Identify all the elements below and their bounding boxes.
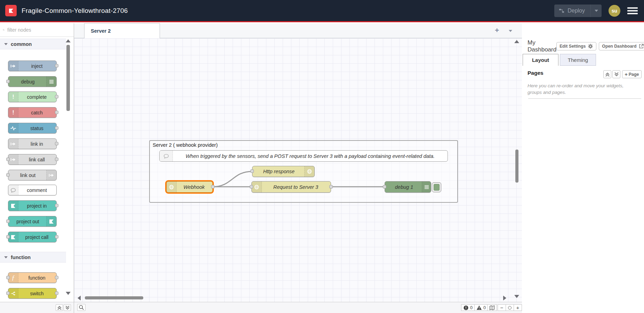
search-icon: [3, 27, 5, 33]
palette-scroll-down-arrow[interactable]: [66, 292, 71, 295]
palette-node-project-call[interactable]: project call: [8, 232, 57, 242]
pages-help-text: Here you can re-order and move your widg…: [528, 82, 639, 96]
output-port: [55, 276, 58, 279]
output-port: [55, 142, 58, 145]
tab-layout[interactable]: Layout: [523, 54, 558, 66]
move-page-up-button[interactable]: [603, 70, 611, 78]
input-port[interactable]: [250, 185, 253, 188]
deploy-button[interactable]: Deploy: [554, 5, 590, 17]
page-title: Fragile-Common-Yellowthroat-2706: [22, 7, 128, 15]
palette-expand-all-button[interactable]: [64, 304, 71, 311]
flow-tab-server-2[interactable]: Server 2: [84, 23, 160, 38]
minimap-button[interactable]: [487, 304, 497, 311]
group-label: Server 2 ( webhook provider): [153, 142, 218, 148]
palette-node-link-call[interactable]: link call: [8, 154, 57, 165]
zoom-in-button[interactable]: +: [514, 304, 522, 311]
palette-node-inject[interactable]: inject: [8, 61, 57, 71]
canvas-search-button[interactable]: [77, 304, 86, 311]
output-port[interactable]: [211, 185, 215, 188]
palette-panel: common inject debug ! complete ! catch s…: [0, 23, 74, 302]
project-logo-icon: [10, 234, 16, 240]
flow-tab-label: Server 2: [91, 28, 111, 34]
comment-node[interactable]: When triggered by the sensors, send a PO…: [159, 150, 448, 162]
main-menu-button[interactable]: [627, 7, 638, 14]
errors-badge[interactable]: 0: [461, 304, 475, 311]
list-icon: [424, 184, 429, 190]
double-chevron-down-icon: [614, 72, 619, 77]
zoom-out-button[interactable]: −: [498, 304, 506, 311]
debug-enable-toggle[interactable]: [432, 182, 441, 192]
canvas-scroll-down-arrow[interactable]: [514, 295, 519, 298]
flow-canvas[interactable]: Server 2 ( webhook provider) When trigge…: [74, 38, 522, 302]
open-dashboard-button[interactable]: Open Dashboard: [599, 42, 644, 50]
palette-node-complete[interactable]: ! complete: [8, 91, 57, 102]
output-port[interactable]: [329, 185, 333, 188]
speech-bubble-icon: [10, 187, 16, 193]
palette-node-link-out[interactable]: link out: [8, 170, 57, 180]
chevron-down-icon: [4, 43, 8, 45]
input-port[interactable]: [250, 169, 254, 173]
warnings-badge[interactable]: 0: [474, 304, 488, 311]
canvas-hscrollbar-thumb[interactable]: [85, 296, 143, 299]
palette-category-function[interactable]: function: [0, 252, 66, 263]
globe-icon: [307, 169, 312, 174]
node-label: switch: [19, 288, 55, 298]
add-flow-button[interactable]: +: [495, 26, 499, 34]
output-port: [55, 158, 58, 161]
user-avatar[interactable]: su: [609, 5, 620, 17]
zoom-reset-button[interactable]: [506, 304, 514, 311]
double-chevron-up-icon: [57, 305, 62, 311]
canvas-scroll-up-arrow[interactable]: [514, 40, 519, 43]
error-circle-icon: [463, 305, 469, 311]
palette-node-catch[interactable]: ! catch: [8, 107, 57, 118]
palette-node-function[interactable]: ƒ function: [8, 272, 57, 283]
palette-node-project-out[interactable]: project out: [8, 216, 57, 227]
palette-category-common[interactable]: common: [0, 39, 66, 49]
project-logo-icon: [49, 219, 54, 224]
node-debug-1[interactable]: debug 1: [385, 181, 431, 193]
globe-icon: [169, 184, 174, 190]
palette-search-input[interactable]: [7, 27, 71, 33]
exclamation-icon: !: [12, 94, 14, 100]
canvas-scroll-left-arrow[interactable]: [78, 296, 81, 300]
plus-icon: +: [625, 72, 627, 77]
node-label: catch: [19, 107, 55, 118]
canvas-vscrollbar-thumb[interactable]: [515, 150, 518, 183]
input-port[interactable]: [383, 185, 386, 188]
node-label: status: [19, 123, 55, 133]
node-http-response[interactable]: Http response: [252, 166, 315, 177]
deploy-options-button[interactable]: [590, 5, 602, 17]
error-count: 0: [470, 305, 473, 310]
sidebar-panel: [522, 23, 644, 313]
output-port: [55, 111, 58, 114]
node-webhook[interactable]: Webhook: [166, 181, 213, 193]
palette-node-comment[interactable]: comment: [8, 185, 57, 195]
input-port: [6, 80, 10, 83]
palette-node-debug[interactable]: debug: [8, 76, 57, 87]
tab-theming[interactable]: Theming: [560, 54, 596, 66]
move-page-down-button[interactable]: [612, 70, 620, 78]
deploy-icon: [559, 8, 564, 14]
flow-list-button[interactable]: [509, 30, 512, 32]
node-request-to-server-3[interactable]: Request to Server 3: [251, 181, 331, 193]
link-icon: [10, 141, 16, 147]
flowfuse-logo-icon: [8, 8, 14, 14]
double-chevron-down-icon: [65, 305, 70, 311]
deploy-label: Deploy: [567, 8, 585, 14]
palette-collapse-all-button[interactable]: [56, 304, 63, 311]
add-page-button[interactable]: + Page: [622, 70, 642, 78]
sidebar-divider: [528, 98, 641, 99]
arrow-in-icon: [10, 63, 16, 69]
node-label: function: [19, 273, 55, 283]
palette-scroll-up-arrow[interactable]: [66, 39, 71, 42]
edit-settings-label: Edit Settings: [560, 44, 586, 49]
palette-scrollbar-thumb[interactable]: [66, 45, 70, 111]
palette-node-status[interactable]: status: [8, 123, 57, 134]
canvas-scroll-right-arrow[interactable]: [503, 296, 506, 300]
palette-search[interactable]: [0, 23, 74, 37]
dashboard-header-row: My Dashboard Edit Settings Open Dashboar…: [522, 38, 644, 54]
palette-node-project-in[interactable]: project in: [8, 200, 57, 211]
palette-node-switch[interactable]: switch: [8, 288, 57, 299]
edit-settings-button[interactable]: Edit Settings: [556, 42, 596, 50]
palette-node-link-in[interactable]: link in: [8, 138, 57, 149]
